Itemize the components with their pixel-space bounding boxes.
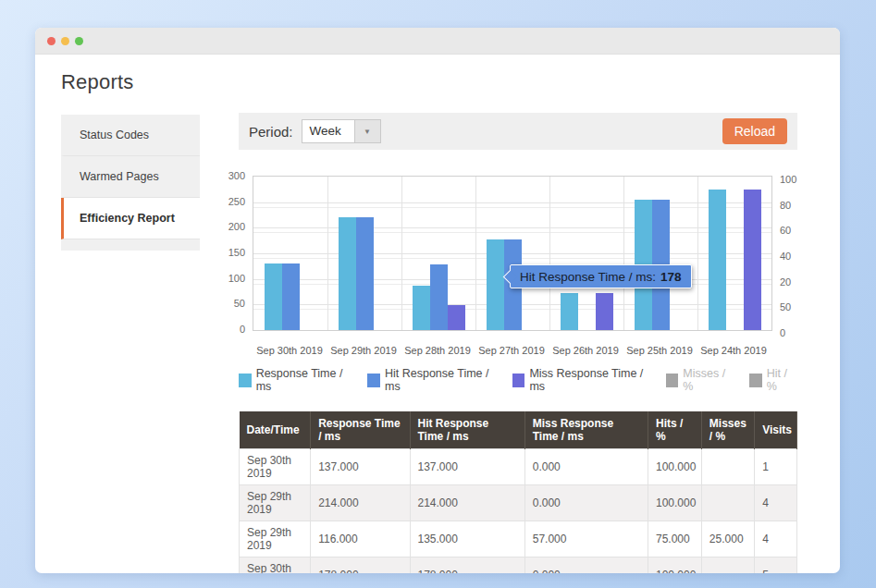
y-axis-tick-label[interactable]: 80	[780, 200, 835, 211]
bar-miss-response-time-ms[interactable]	[744, 190, 761, 330]
minimize-window-icon[interactable]	[61, 37, 69, 45]
legend-item-miss-response-time-ms[interactable]: Miss Response Time / ms	[512, 367, 650, 393]
y-axis-tick-label[interactable]: 100	[780, 174, 835, 185]
legend-label: Hit Response Time / ms	[385, 367, 497, 393]
gridline[interactable]	[327, 177, 328, 330]
table-header-row: Date/TimeResponse Time / msHit Response …	[240, 411, 797, 449]
legend-swatch-icon[interactable]	[367, 374, 380, 387]
gridline[interactable]	[623, 177, 624, 330]
legend-swatch-icon[interactable]	[666, 374, 679, 387]
y-axis-tick-label[interactable]: 0	[190, 324, 245, 335]
bar-miss-response-time-ms[interactable]	[596, 293, 613, 330]
table-header-cell: Date/Time	[240, 411, 311, 449]
table-cell	[701, 557, 754, 574]
y-axis-tick-label[interactable]: 300	[190, 170, 245, 181]
sidebar: Status CodesWarmed PagesEfficiency Repor…	[61, 115, 200, 251]
legend-swatch-icon[interactable]	[512, 374, 525, 387]
bar-hit-response-time-ms[interactable]	[430, 264, 448, 330]
table-header-cell: Visits	[755, 411, 797, 449]
reload-button[interactable]: Reload	[722, 118, 787, 144]
period-select[interactable]: Week ▼	[302, 119, 381, 143]
gridline[interactable]	[697, 177, 698, 330]
gridline[interactable]	[549, 177, 550, 330]
bar-response-time-ms[interactable]	[709, 190, 726, 330]
sidebar-item-warmed-pages[interactable]: Warmed Pages	[61, 156, 200, 198]
x-axis-tick-label[interactable]: Sep 27th 2019	[475, 345, 549, 356]
sidebar-item-efficiency-report[interactable]: Efficiency Report	[61, 198, 200, 239]
chart-legend: Response Time / msHit Response Time / ms…	[239, 367, 797, 393]
bar-response-time-ms[interactable]	[561, 293, 578, 330]
table-header-cell: Misses / %	[701, 411, 754, 449]
y-axis-tick-label[interactable]: 250	[190, 196, 245, 207]
period-select-value[interactable]: Week	[302, 119, 355, 143]
x-axis-tick-label[interactable]: Sep 25th 2019	[623, 345, 697, 356]
x-axis-tick-label[interactable]: Sep 24th 2019	[697, 345, 771, 356]
y-axis-tick-label[interactable]: 20	[780, 276, 835, 288]
bar-response-time-ms[interactable]	[265, 263, 282, 330]
sidebar-item-label: Status Codes	[80, 129, 149, 141]
chart-tooltip: Hit Response Time / ms: 178	[510, 264, 692, 288]
y-axis-tick-label[interactable]: 50	[190, 298, 245, 309]
y-axis-tick-label[interactable]: 200	[190, 221, 245, 232]
y-axis-tick-label[interactable]: 150	[190, 247, 245, 258]
bar-miss-response-time-ms[interactable]	[448, 305, 465, 330]
y-axis-tick-label[interactable]: 50	[780, 301, 835, 312]
x-axis-tick-label[interactable]: Sep 28th 2019	[401, 345, 475, 356]
table-cell	[701, 485, 754, 521]
table-cell: 100.000	[648, 449, 701, 485]
legend-item-response-time-ms[interactable]: Response Time / ms	[239, 367, 352, 393]
table-cell: 137.000	[311, 449, 410, 485]
gridline[interactable]	[401, 177, 402, 330]
table-header-cell: Miss Response Time / ms	[524, 411, 648, 449]
table-cell: 135.000	[410, 521, 524, 557]
table-cell: Sep 29th 2019	[240, 485, 311, 521]
legend-label: Response Time / ms	[256, 367, 352, 393]
legend-item-hit[interactable]: Hit / %	[749, 367, 797, 393]
table-cell: 4	[755, 521, 797, 557]
table-cell: 0.000	[524, 557, 648, 574]
legend-swatch-icon[interactable]	[749, 374, 762, 387]
table-cell: 0.000	[524, 485, 648, 521]
toolbar: Period: Week ▼ Reload	[239, 113, 797, 150]
close-window-icon[interactable]	[47, 37, 56, 45]
table-cell: 116.000	[311, 521, 410, 557]
table-row: Sep 29th 2019214.000214.0000.000100.0004	[240, 485, 797, 521]
bar-response-time-ms[interactable]	[413, 286, 430, 330]
gridline[interactable]	[475, 177, 476, 330]
legend-item-hit-response-time-ms[interactable]: Hit Response Time / ms	[367, 367, 496, 393]
bar-response-time-ms[interactable]	[487, 239, 504, 330]
zoom-window-icon[interactable]	[75, 37, 83, 45]
legend-item-misses[interactable]: Misses / %	[666, 367, 734, 393]
gridline[interactable]	[253, 202, 771, 203]
legend-label: Hit / %	[767, 367, 797, 393]
sidebar-item-status-codes[interactable]: Status Codes	[61, 115, 200, 156]
table-cell: Sep 29th 2019	[240, 521, 311, 557]
y-axis-tick-label[interactable]: 60	[780, 225, 835, 236]
y-axis-tick-label[interactable]: 0	[780, 327, 835, 338]
bar-hit-response-time-ms[interactable]	[356, 217, 374, 330]
x-axis-tick-label[interactable]: Sep 29th 2019	[327, 345, 401, 356]
gridline[interactable]	[253, 227, 771, 228]
table-row: Sep 29th 2019116.000135.00057.00075.0002…	[240, 521, 797, 557]
table-cell: 100.000	[648, 557, 701, 574]
sidebar-filler[interactable]	[61, 239, 200, 251]
chevron-down-icon[interactable]: ▼	[355, 119, 381, 143]
gridline[interactable]	[253, 232, 771, 233]
table-header-cell: Hits / %	[648, 411, 701, 449]
legend-swatch-icon[interactable]	[239, 374, 252, 387]
bar-hit-response-time-ms[interactable]	[282, 263, 300, 330]
x-axis-tick-label[interactable]: Sep 26th 2019	[549, 345, 623, 356]
y-axis-tick-label[interactable]: 40	[780, 251, 835, 262]
table-cell: 178.000	[311, 557, 410, 574]
table-row: Sep 30th 2019178.000178.0000.000100.0005	[240, 557, 797, 574]
window-titlebar	[35, 28, 840, 55]
bar-response-time-ms[interactable]	[339, 217, 356, 330]
y-axis-tick-label[interactable]: 100	[190, 273, 245, 284]
gridline[interactable]	[253, 207, 771, 208]
table-cell: 5	[755, 557, 797, 574]
efficiency-report-table: Date/TimeResponse Time / msHit Response …	[239, 411, 797, 573]
table-cell: 57.000	[524, 521, 648, 557]
table-cell	[701, 449, 754, 485]
x-axis-tick-label[interactable]: Sep 30th 2019	[253, 345, 327, 356]
legend-label: Misses / %	[683, 367, 734, 393]
